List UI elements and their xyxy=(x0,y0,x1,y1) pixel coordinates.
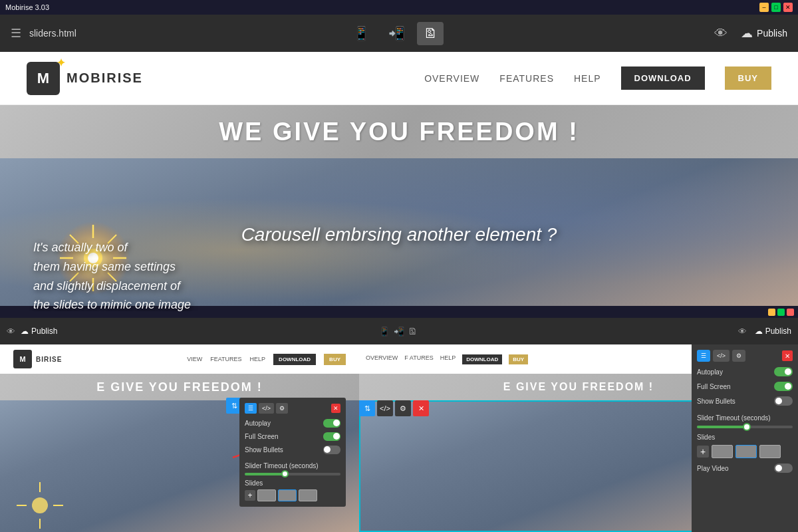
settings-timeout-slider[interactable] xyxy=(697,426,793,428)
carousel-subtitle-container: It's actually two of them having same se… xyxy=(33,238,191,311)
settings-bullets-toggle[interactable] xyxy=(774,396,793,406)
nested-minimize[interactable] xyxy=(768,309,775,316)
right-block-move-btn[interactable]: ⇅ xyxy=(359,400,375,416)
right-nav-features[interactable]: F ATURES xyxy=(404,354,433,364)
ls-slides-title: Slides xyxy=(245,479,340,487)
settings-tab-layout[interactable]: ☰ xyxy=(697,350,710,362)
ls-timeout-section: Slider Timeout (seconds) xyxy=(245,459,340,475)
ls-autoplay-row: Autoplay xyxy=(245,419,340,428)
settings-fullscreen-label: Full Screen xyxy=(697,383,731,390)
nested-screenshot: 👁 ☁ Publish 📱 📲 🖻 👁 ☁ Publish xyxy=(0,306,798,532)
cloud-icon: ☁ xyxy=(741,26,753,41)
ls-tab-code[interactable]: </> xyxy=(259,403,274,414)
right-nav-overview[interactable]: OVERVIEW xyxy=(366,354,398,364)
settings-tab-code[interactable]: </> xyxy=(713,350,730,362)
settings-timeout-section: Slider Timeout (seconds) xyxy=(697,411,793,428)
logo-initial: M xyxy=(37,70,49,87)
download-button[interactable]: DOWNLOAD xyxy=(621,66,705,90)
nested-publish-btn-right[interactable]: ☁ Publish xyxy=(755,327,791,336)
ls-slide-2[interactable] xyxy=(278,489,297,501)
ls-header: ☰ </> ⚙ ✕ xyxy=(245,403,340,414)
nested-eye-icon-right[interactable]: 👁 xyxy=(738,327,747,336)
settings-fullscreen-toggle[interactable] xyxy=(774,382,793,391)
nested-publish-btn-left[interactable]: ☁ Publish xyxy=(21,327,57,336)
right-nav-buy[interactable]: BUY xyxy=(509,354,528,364)
settings-slides-title: Slides xyxy=(697,434,793,441)
ls-slide-3[interactable] xyxy=(299,489,317,501)
settings-add-slide-btn[interactable]: + xyxy=(697,446,709,458)
menu-icon[interactable]: ☰ xyxy=(11,26,21,41)
nav-links: OVERVIEW FEATURES HELP DOWNLOAD BUY xyxy=(424,66,771,90)
nested-buy-btn[interactable]: BUY xyxy=(324,354,346,365)
hero-banner: WE GIVE YOU FREEDOM ! xyxy=(0,105,798,158)
slider-area: Carousell embrsing another element ? It'… xyxy=(0,158,798,311)
nested-canvas: M BIRISE VIEW FEATURES HELP DOWNLOAD BUY… xyxy=(0,344,798,532)
nested-close[interactable] xyxy=(787,309,794,316)
app-toolbar: ☰ sliders.html 📱 📲 🖻 👁 ☁ Publish xyxy=(0,15,798,52)
right-hero-title: E GIVE YOU FREEDOM ! xyxy=(503,381,654,393)
settings-bullets-label: Show Bullets xyxy=(697,398,735,405)
right-nav-links: OVERVIEW F ATURES HELP DOWNLOAD BUY xyxy=(366,354,528,364)
settings-slide-2[interactable] xyxy=(735,445,757,458)
minimize-button[interactable]: – xyxy=(759,3,769,12)
buy-button[interactable]: BUY xyxy=(725,66,771,90)
tablet-device-button[interactable]: 📲 xyxy=(382,21,412,45)
mobile-device-button[interactable]: 📱 xyxy=(346,21,376,45)
settings-play-video-label: Play Video xyxy=(697,465,729,472)
right-block-settings-btn[interactable]: ⚙ xyxy=(395,400,411,416)
ls-tab-settings[interactable]: ⚙ xyxy=(276,403,288,414)
nested-toolbar-center: 📱 📲 🖻 xyxy=(379,327,417,336)
nested-download-btn[interactable]: DOWNLOAD xyxy=(273,354,316,365)
preview-button[interactable]: 👁 xyxy=(714,26,728,41)
ls-tab-layout[interactable]: ☰ xyxy=(245,403,257,414)
settings-slide-1[interactable] xyxy=(712,445,733,458)
nested-title-controls xyxy=(768,309,794,316)
settings-slider-thumb[interactable] xyxy=(743,423,751,431)
nested-desktop-icon[interactable]: 🖻 xyxy=(408,327,417,336)
settings-tab-settings[interactable]: ⚙ xyxy=(732,350,745,362)
nested-publish-label-right: Publish xyxy=(765,327,791,336)
nav-link-help[interactable]: HELP xyxy=(574,73,601,84)
right-nav-help[interactable]: HELP xyxy=(440,354,456,364)
settings-play-video-row: Play Video xyxy=(697,464,793,473)
ls-bullets-toggle[interactable] xyxy=(323,446,340,454)
right-block-delete-btn[interactable]: ✕ xyxy=(413,400,429,416)
nested-nav-overview[interactable]: VIEW xyxy=(187,356,202,362)
nested-tablet-icon[interactable]: 📲 xyxy=(394,327,404,336)
toolbar-right: 👁 ☁ Publish xyxy=(714,26,787,41)
settings-play-video-toggle[interactable] xyxy=(774,464,793,473)
logo-icon: M ✦ xyxy=(27,62,60,95)
nested-nav-features[interactable]: FEATURES xyxy=(210,356,241,362)
nested-hero-title: E GIVE YOU FREEDOM ! xyxy=(96,380,263,394)
nav-link-overview[interactable]: OVERVIEW xyxy=(424,73,479,84)
svg-point-12 xyxy=(32,497,48,513)
nested-mobile-icon[interactable]: 📱 xyxy=(379,327,390,336)
window-title: Mobirise 3.03 xyxy=(5,3,49,11)
nested-maximize[interactable] xyxy=(777,309,785,316)
ls-slide-1[interactable] xyxy=(257,489,276,501)
ls-add-slide-btn[interactable]: + xyxy=(245,490,255,501)
settings-close-btn[interactable]: ✕ xyxy=(782,350,793,361)
settings-autoplay-row: Autoplay xyxy=(697,367,793,376)
maximize-button[interactable]: □ xyxy=(771,3,781,12)
settings-slide-3[interactable] xyxy=(759,445,781,458)
ls-close-btn[interactable]: ✕ xyxy=(331,404,340,413)
ls-autoplay-toggle[interactable] xyxy=(323,419,340,428)
nested-nav-help[interactable]: HELP xyxy=(250,356,266,362)
nav-link-features[interactable]: FEATURES xyxy=(499,73,554,84)
right-block-code-btn[interactable]: </> xyxy=(377,400,393,416)
close-button[interactable]: ✕ xyxy=(783,3,793,12)
ls-timeout-slider[interactable] xyxy=(245,473,340,475)
desktop-device-button[interactable]: 🖻 xyxy=(417,22,444,45)
toolbar-center: 📱 📲 🖻 xyxy=(346,21,444,45)
settings-autoplay-toggle[interactable] xyxy=(774,367,793,376)
nested-eye-icon[interactable]: 👁 xyxy=(7,327,15,336)
nested-canvas-left: M BIRISE VIEW FEATURES HELP DOWNLOAD BUY… xyxy=(0,344,359,532)
ls-fullscreen-row: Full Screen xyxy=(245,432,340,441)
nested-toolbar-left: 👁 ☁ Publish xyxy=(7,327,57,336)
right-nav-download[interactable]: DOWNLOAD xyxy=(462,354,502,364)
ls-slider-thumb[interactable] xyxy=(281,470,289,477)
nav-logo: M ✦ MOBIRISE xyxy=(27,62,143,95)
ls-fullscreen-toggle[interactable] xyxy=(323,432,340,441)
publish-button[interactable]: ☁ Publish xyxy=(741,26,787,41)
